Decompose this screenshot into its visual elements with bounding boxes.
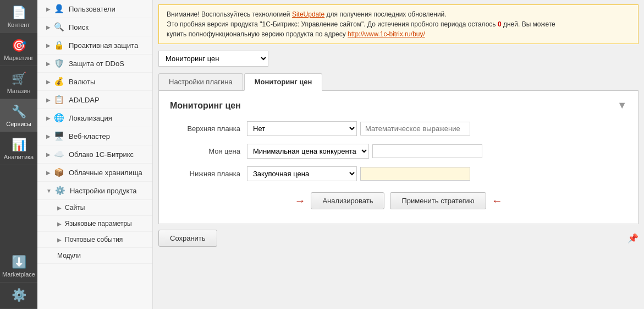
arrow-ddos: ▶ [46, 61, 51, 67]
form-row-my-price: Моя цена Минимальная цена конкурента -50 [170, 144, 627, 159]
label-upper-limit: Верхняя планка [170, 124, 247, 133]
alert-text1: Внимание! Воспользуйтесь технологией [167, 10, 292, 18]
sidebar-label-marketing: Маркетинг [4, 55, 33, 61]
content-icon: 📄 [12, 6, 26, 20]
arrow-search: ▶ [46, 24, 51, 30]
label-lower-limit: Нижняя планка [170, 170, 247, 178]
sidebar-item-analytics[interactable]: 📊 Аналитика [0, 132, 37, 165]
arrow-product-settings: ▼ [46, 188, 52, 194]
alert-banner: Внимание! Воспользуйтесь технологией Sit… [158, 4, 639, 44]
arrow-currency: ▶ [46, 79, 51, 85]
arrow-left-icon: ← [492, 194, 503, 207]
sub-sidebar-item-localization[interactable]: ▶ 🌐 Локализация [37, 109, 152, 127]
sub-sidebar-item-ddos[interactable]: ▶ 🛡️ Защита от DDoS [37, 55, 152, 73]
sub-sidebar-item-mail-events[interactable]: ▶ Почтовые события [37, 232, 152, 248]
tab-plugin-settings[interactable]: Настройки плагина [158, 73, 243, 90]
siteupdate-link[interactable]: SiteUpdate [292, 10, 324, 18]
alert-line3: купить полнофункциональную версию продук… [167, 30, 348, 38]
sidebar-item-content[interactable]: 📄 Контент [0, 0, 37, 33]
arrow-cloudstorage: ▶ [46, 170, 51, 176]
storage-icon: 📦 [54, 167, 64, 177]
buy-link[interactable]: http://www.1c-bitrix.ru/buy/ [348, 30, 425, 38]
sub-label-languages: Языковые параметры [65, 220, 132, 227]
sidebar-item-marketplace[interactable]: ⬇️ Marketplace [0, 250, 37, 283]
sidebar-item-services[interactable]: 🔧 Сервисы [0, 99, 37, 132]
settings-icon: ⚙️ [12, 288, 26, 302]
sub-sidebar-item-languages[interactable]: ▶ Языковые параметры [37, 216, 152, 232]
sidebar-item-shop[interactable]: 🛒 Магазин [0, 66, 37, 99]
main-panel: Мониторинг цен ▼ Верхняя планка Нет Моя … [158, 91, 639, 224]
analyze-button[interactable]: Анализировать [311, 192, 384, 209]
control-lower-limit: Закупочная цена *1.025 [247, 166, 627, 181]
services-icon: 🔧 [12, 105, 26, 119]
main-content: Внимание! Воспользуйтесь технологией Sit… [153, 0, 644, 309]
select-lower-limit[interactable]: Закупочная цена [247, 166, 357, 181]
sub-label-cloud: Облако 1С-Битрикс [69, 150, 134, 159]
sub-sidebar-item-proactive[interactable]: ▶ 🔒 Проактивная защита [37, 36, 152, 55]
select-upper-limit[interactable]: Нет [247, 121, 357, 136]
sub-sidebar-item-cloud[interactable]: ▶ ☁️ Облако 1С-Битрикс [37, 145, 152, 164]
sub-label-cloudstorage: Облачные хранилища [69, 169, 142, 177]
shield-icon: 🛡️ [54, 58, 64, 68]
pin-icon: 📌 [628, 233, 639, 243]
module-dropdown[interactable]: Мониторинг цен [158, 51, 268, 67]
users-icon: 👤 [54, 4, 64, 14]
arrow-languages: ▶ [57, 221, 62, 227]
sub-label-search: Поиск [69, 23, 89, 31]
sub-sidebar-item-webcluster[interactable]: ▶ 🖥️ Веб-кластер [37, 127, 152, 145]
arrow-cloud: ▶ [46, 151, 51, 158]
input-my-price[interactable]: -50 [372, 144, 482, 158]
sub-sidebar-item-sites[interactable]: ▶ Сайты [37, 200, 152, 216]
sub-label-mail-events: Почтовые события [65, 236, 123, 243]
sidebar-label-shop: Магазин [7, 88, 30, 94]
alert-line2: Это пробная версия продукта "1С-Битрикс:… [167, 20, 555, 28]
form-row-lower-limit: Нижняя планка Закупочная цена *1.025 [170, 166, 627, 181]
sub-sidebar: ▶ 👤 Пользователи ▶ 🔍 Поиск ▶ 🔒 Проактивн… [37, 0, 153, 309]
analytics-icon: 📊 [12, 138, 26, 152]
save-button[interactable]: Сохранить [158, 230, 217, 247]
sub-label-localization: Локализация [69, 114, 112, 122]
shop-icon: 🛒 [12, 72, 26, 86]
sub-sidebar-item-product-settings[interactable]: ▼ ⚙️ Настройки продукта [37, 182, 152, 200]
chevron-down-icon[interactable]: ▼ [617, 100, 627, 111]
content-area: Мониторинг цен Настройки плагина Монитор… [153, 46, 644, 309]
lock-icon: 🔒 [54, 40, 64, 50]
sub-sidebar-item-modules[interactable]: Модули [37, 248, 152, 264]
sub-label-modules: Модули [57, 252, 81, 259]
sub-sidebar-item-currency[interactable]: ▶ 💰 Валюты [37, 73, 152, 91]
arrow-adldap: ▶ [46, 97, 51, 103]
search-icon: 🔍 [54, 22, 64, 32]
select-my-price[interactable]: Минимальная цена конкурента [247, 144, 369, 159]
sidebar-label-marketplace: Marketplace [2, 271, 35, 278]
alert-text2: для получения последних обновлений. [324, 10, 446, 18]
label-my-price: Моя цена [170, 147, 247, 155]
sub-label-webcluster: Веб-кластер [69, 132, 110, 140]
sub-sidebar-item-users[interactable]: ▶ 👤 Пользователи [37, 0, 152, 18]
sidebar-label-services: Сервисы [6, 121, 31, 127]
input-upper-limit[interactable] [360, 122, 470, 135]
sub-label-adldap: AD/LDAP [69, 96, 100, 104]
save-section: Сохранить 📌 [158, 224, 639, 249]
sub-label-ddos: Защита от DDoS [69, 59, 124, 68]
globe-icon: 🌐 [54, 113, 64, 123]
sub-sidebar-item-adldap[interactable]: ▶ 📋 AD/LDAP [37, 91, 152, 109]
input-lower-limit[interactable]: *1.025 [360, 167, 470, 181]
marketplace-icon: ⬇️ [12, 255, 26, 269]
sub-label-proactive: Проактивная защита [69, 41, 138, 50]
sub-sidebar-item-cloudstorage[interactable]: ▶ 📦 Облачные хранилища [37, 164, 152, 182]
sidebar-item-marketing[interactable]: 🎯 Маркетинг [0, 33, 37, 66]
sub-sidebar-item-search[interactable]: ▶ 🔍 Поиск [37, 18, 152, 36]
sidebar-item-settings[interactable]: ⚙️ [0, 283, 37, 309]
buttons-row: → Анализировать Применить стратегию ← [170, 192, 627, 209]
arrow-proactive: ▶ [46, 42, 51, 48]
tab-price-monitoring[interactable]: Мониторинг цен [244, 73, 323, 91]
arrow-right-icon: → [294, 194, 305, 207]
sub-label-product-settings: Настройки продукта [70, 187, 137, 195]
arrow-mail-events: ▶ [57, 237, 62, 243]
tabs-bar: Настройки плагина Мониторинг цен [158, 73, 639, 91]
sidebar-label-analytics: Аналитика [4, 154, 34, 160]
arrow-localization: ▶ [46, 115, 51, 121]
panel-title: Мониторинг цен ▼ [170, 100, 627, 111]
apply-strategy-button[interactable]: Применить стратегию [390, 192, 486, 209]
sub-label-currency: Валюты [69, 78, 95, 86]
